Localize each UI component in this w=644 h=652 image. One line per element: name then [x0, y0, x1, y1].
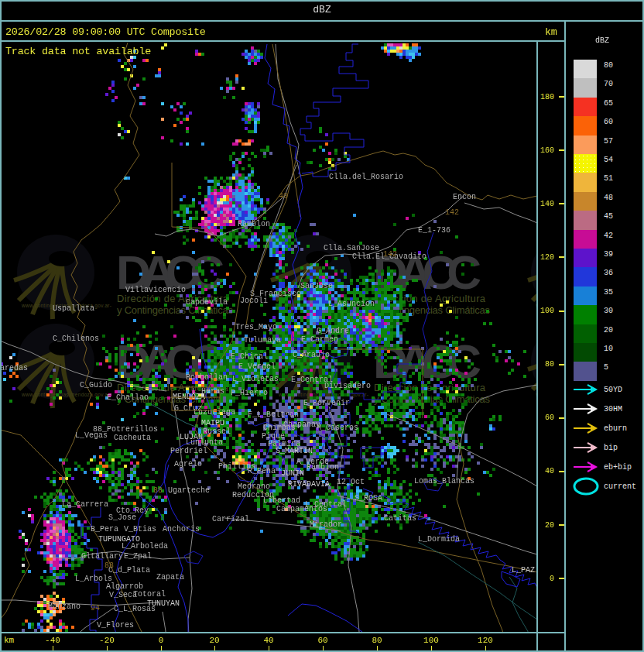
svg-text:Jocoli: Jocoli [240, 297, 268, 305]
svg-text:Ramblon: Ramblon [307, 463, 339, 472]
svg-text:E_Chical: E_Chical [231, 352, 268, 361]
svg-text:Gltallary: Gltallary [81, 552, 123, 561]
svg-text:JUNIN: JUNIN [281, 469, 304, 478]
svg-text:L_Arboleda: L_Arboleda [122, 542, 168, 551]
svg-text:E_Carmen: E_Carmen [301, 335, 338, 344]
svg-text:L_Violetas: L_Violetas [232, 375, 279, 383]
svg-text:Clla.SanJose: Clla.SanJose [324, 244, 379, 252]
svg-text:Anchoris: Anchoris [163, 525, 200, 534]
svg-text:Luzuriaga: Luzuriaga [194, 408, 235, 417]
svg-text:142: 142 [383, 250, 397, 259]
svg-text:Perdriel: Perdriel [170, 447, 207, 455]
svg-text:E_Porvenir: E_Porvenir [303, 399, 350, 407]
svg-text:Villavicencio: Villavicencio [125, 286, 186, 294]
svg-text:E_1-736: E_1-736 [418, 226, 450, 235]
svg-text:E_Challao: E_Challao [107, 393, 149, 402]
svg-text:V_Flores: V_Flores [97, 621, 134, 630]
svg-text:M_Caseros: M_Caseros [317, 424, 358, 432]
svg-text:Ramblon: Ramblon [238, 220, 270, 228]
svg-text:Catitas: Catitas [384, 514, 416, 523]
svg-text:L_Vegas: L_Vegas [75, 431, 108, 440]
svg-text:C_Araujo: C_Araujo [293, 351, 330, 359]
svg-text:Cacheuta: Cacheuta [114, 434, 151, 442]
svg-text:S_ROSA: S_ROSA [355, 494, 382, 503]
svg-text:Libertad: Libertad [263, 496, 300, 505]
svg-text:Agrelo: Agrelo [174, 460, 202, 468]
svg-text:Chimbas: Chimbas [263, 424, 296, 432]
svg-text:Clla.del_Rosario: Clla.del_Rosario [329, 173, 403, 181]
svg-text:E_Vergel: E_Vergel [238, 362, 276, 371]
svg-text:88: 88 [153, 486, 163, 495]
svg-text:Medrano: Medrano [238, 482, 270, 491]
svg-text:40: 40 [279, 192, 288, 201]
svg-text:C_Chilenos: C_Chilenos [53, 335, 99, 343]
svg-text:G_Andre: G_Andre [317, 327, 349, 335]
svg-text:L_Asuncion: L_Asuncion [328, 300, 375, 308]
svg-text:aredas: aredas [0, 364, 28, 372]
svg-text:SanJose: SanJose [300, 282, 333, 290]
svg-text:12_Oct: 12_Oct [337, 478, 365, 486]
svg-text:Uspallata: Uspallata [53, 304, 94, 313]
svg-text:RIVADAVIA: RIVADAVIA [288, 480, 330, 489]
svg-text:Tres_Mayo: Tres_Mayo [235, 323, 277, 331]
svg-text:L_Dormida: L_Dormida [418, 535, 460, 544]
svg-text:Capdevila: Capdevila [186, 298, 228, 307]
svg-text:Carrizal: Carrizal [212, 515, 249, 523]
svg-text:Divisadero: Divisadero [324, 382, 371, 390]
svg-text:S_MARTIN: S_MARTIN [276, 447, 313, 455]
svg-text:Lomas_Blancas: Lomas_Blancas [414, 477, 474, 486]
svg-text:Zapata: Zapata [156, 573, 184, 582]
svg-text:Manzano: Manzano [48, 602, 80, 611]
svg-text:Mirador: Mirador [310, 520, 342, 529]
svg-text:C_L_Rosas: C_L_Rosas [114, 605, 156, 613]
svg-text:Russel: Russel [203, 427, 231, 436]
svg-text:MAIPU: MAIPU [201, 419, 224, 427]
svg-text:V_Btias: V_Btias [124, 525, 156, 534]
svg-text:C_Guido: C_Guido [80, 381, 112, 389]
svg-text:Phillips: Phillips [218, 462, 255, 471]
svg-text:Encon: Encon [453, 193, 476, 201]
svg-text:Tulumaya: Tulumaya [244, 336, 281, 345]
svg-text:F_L_Beltran: F_L_Beltran [248, 410, 299, 419]
svg-text:88: 88 [104, 561, 114, 570]
svg-text:Lunlunta: Lunlunta [186, 438, 223, 447]
svg-text:L_Central: L_Central [305, 500, 347, 509]
svg-text:Borbollan: Borbollan [186, 373, 228, 382]
svg-text:P_Hierro: P_Hierro [231, 389, 268, 397]
svg-text:E_Zpal: E_Zpal [124, 552, 152, 561]
svg-text:La_Carrera: La_Carrera [62, 500, 108, 509]
svg-text:142: 142 [445, 208, 459, 217]
svg-text:S_Jose: S_Jose [108, 513, 136, 522]
svg-text:C_d_Plata: C_d_Plata [108, 566, 150, 575]
svg-text:L_PAZ: L_PAZ [512, 566, 535, 575]
svg-text:Ugarteche: Ugarteche [168, 486, 210, 495]
svg-text:Totoral: Totoral [133, 590, 166, 599]
svg-text:94: 94 [91, 604, 100, 613]
svg-text:B_Pera: B_Pera [91, 525, 118, 534]
